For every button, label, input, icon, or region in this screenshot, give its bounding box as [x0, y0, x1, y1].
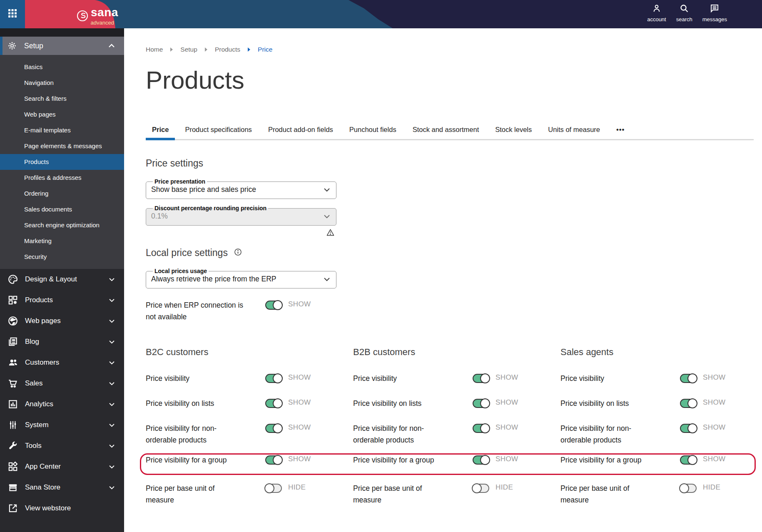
- sidebar-item-marketing[interactable]: Marketing: [0, 233, 124, 249]
- sidebar-section-tools[interactable]: Tools: [0, 435, 124, 456]
- sidebar-item-products-selected[interactable]: Products: [0, 154, 124, 170]
- state-label: HIDE: [703, 483, 720, 506]
- local-prices-usage-select[interactable]: Local prices usage Always retrieve the p…: [146, 268, 336, 288]
- b2b-price-group-toggle[interactable]: [473, 455, 489, 465]
- agents-price-group-toggle[interactable]: [680, 455, 697, 465]
- state-label: HIDE: [496, 483, 513, 506]
- chevron-down-icon: [109, 296, 115, 304]
- app-launcher-button[interactable]: [0, 0, 25, 28]
- account-icon: [652, 3, 662, 15]
- agents-nonorderable-toggle[interactable]: [680, 424, 697, 433]
- b2c-base-unit-toggle[interactable]: [265, 484, 282, 493]
- agents-price-visibility-lists-toggle[interactable]: [680, 399, 697, 408]
- sidebar-item-sales-documents[interactable]: Sales documents: [0, 201, 124, 217]
- sidebar-section-setup[interactable]: Setup: [0, 37, 124, 55]
- sidebar-item-email-templates[interactable]: E-mail templates: [0, 122, 124, 138]
- sidebar-item-ordering[interactable]: Ordering: [0, 186, 124, 201]
- sidebar-item-page-elements[interactable]: Page elements & messages: [0, 138, 124, 154]
- b2b-price-visibility-row: Price visibility SHOW: [353, 373, 560, 384]
- sidebar-section-analytics[interactable]: Analytics: [0, 394, 124, 415]
- row-label: Price visibility for a group: [353, 454, 473, 466]
- sidebar-section-design-layout[interactable]: Design & Layout: [0, 269, 124, 290]
- sidebar-section-products[interactable]: Products: [0, 290, 124, 311]
- b2c-price-group-toggle[interactable]: [265, 455, 282, 465]
- account-button[interactable]: account: [647, 3, 666, 22]
- search-label: search: [676, 16, 692, 22]
- messages-button[interactable]: messages: [702, 3, 727, 22]
- row-label: Price per base unit of measure: [146, 482, 265, 506]
- chevron-down-icon: [324, 186, 330, 194]
- messages-label: messages: [702, 16, 727, 22]
- breadcrumb-setup[interactable]: Setup: [180, 46, 197, 53]
- b2b-price-visibility-toggle[interactable]: [473, 374, 489, 383]
- discount-rounding-warning: [146, 228, 336, 237]
- sidebar-item-seo[interactable]: Search engine optimization: [0, 217, 124, 233]
- sidebar-section-system[interactable]: System: [0, 415, 124, 435]
- sidebar-section-blog[interactable]: Blog: [0, 331, 124, 352]
- tab-bar: Price Product specifications Product add…: [146, 126, 754, 140]
- sidebar-section-customers[interactable]: Customers: [0, 352, 124, 373]
- tab-stock-levels[interactable]: Stock levels: [489, 126, 538, 139]
- price-presentation-select[interactable]: Price presentation Show base price and s…: [146, 178, 336, 199]
- tab-product-addon-fields[interactable]: Product add-on fields: [262, 126, 339, 139]
- discount-rounding-label: Discount percentage rounding precision: [153, 205, 268, 211]
- chevron-down-icon: [109, 400, 115, 408]
- chevron-down-icon: [109, 380, 115, 387]
- b2b-price-visibility-lists-toggle[interactable]: [473, 399, 489, 408]
- breadcrumb-home[interactable]: Home: [146, 46, 163, 53]
- b2b-price-visibility-lists-row: Price visibility on lists SHOW: [353, 398, 560, 409]
- tab-units-of-measure[interactable]: Units of measure: [542, 126, 606, 139]
- info-icon[interactable]: [234, 248, 242, 258]
- external-link-icon: [7, 503, 18, 514]
- search-button[interactable]: search: [676, 3, 692, 22]
- b2b-base-unit-toggle[interactable]: [473, 484, 489, 493]
- row-label: Price visibility: [146, 373, 265, 384]
- breadcrumb-separator-icon: [170, 47, 173, 52]
- tab-price[interactable]: Price: [146, 126, 175, 139]
- tab-product-specifications[interactable]: Product specifications: [179, 126, 258, 139]
- sidebar-item-profiles-addresses[interactable]: Profiles & addresses: [0, 170, 124, 186]
- section-label: Tools: [25, 442, 42, 450]
- row-label: Price visibility: [353, 373, 473, 384]
- sidebar-section-sana-store[interactable]: Sana Store: [0, 477, 124, 498]
- sales-agents-heading: Sales agents: [560, 347, 762, 358]
- wrench-icon: [7, 440, 18, 451]
- b2b-nonorderable-toggle[interactable]: [473, 424, 489, 433]
- b2c-price-visibility-lists-toggle[interactable]: [265, 399, 282, 408]
- gear-icon: [7, 41, 17, 50]
- tab-punchout-fields[interactable]: Punchout fields: [343, 126, 403, 139]
- sidebar-section-web-pages[interactable]: Web pages: [0, 311, 124, 331]
- section-label: Products: [25, 296, 53, 304]
- row-label: Price visibility on lists: [560, 398, 680, 409]
- warning-icon: [326, 231, 335, 238]
- erp-fallback-toggle[interactable]: [265, 301, 282, 310]
- logo-wordmark: sana: [91, 6, 118, 19]
- state-label: SHOW: [703, 423, 725, 446]
- agents-price-visibility-lists-row: Price visibility on lists SHOW: [560, 398, 762, 409]
- b2b-heading: B2B customers: [353, 347, 560, 358]
- section-label: Sales: [25, 379, 43, 388]
- b2c-nonorderable-toggle[interactable]: [265, 424, 282, 433]
- agents-base-unit-toggle[interactable]: [680, 484, 697, 493]
- sidebar-item-navigation[interactable]: Navigation: [0, 75, 124, 91]
- sidebar-section-app-center[interactable]: App Center: [0, 456, 124, 477]
- tab-stock-and-assortment[interactable]: Stock and assortment: [406, 126, 486, 139]
- section-label: System: [25, 421, 49, 429]
- b2c-price-visibility-toggle[interactable]: [265, 374, 282, 383]
- chevron-down-icon: [109, 463, 115, 470]
- erp-fallback-state: SHOW: [288, 300, 311, 323]
- sidebar-section-sales[interactable]: Sales: [0, 373, 124, 394]
- tab-overflow-ellipsis[interactable]: •••: [610, 126, 631, 139]
- section-label: Blog: [25, 338, 39, 346]
- row-label: Price visibility on lists: [353, 398, 473, 409]
- agents-price-visibility-toggle[interactable]: [680, 374, 697, 383]
- sidebar-item-search-filters[interactable]: Search & filters: [0, 91, 124, 107]
- sidebar-item-basics[interactable]: Basics: [0, 59, 124, 75]
- sidebar-item-web-pages[interactable]: Web pages: [0, 107, 124, 122]
- sana-logo[interactable]: sana advanced: [25, 0, 121, 28]
- sidebar-item-security[interactable]: Security: [0, 249, 124, 265]
- breadcrumb-products[interactable]: Products: [215, 46, 240, 53]
- sidebar-item-view-webstore[interactable]: View webstore: [0, 498, 124, 519]
- row-label: Price visibility for a group: [146, 454, 265, 466]
- state-label: SHOW: [496, 373, 518, 384]
